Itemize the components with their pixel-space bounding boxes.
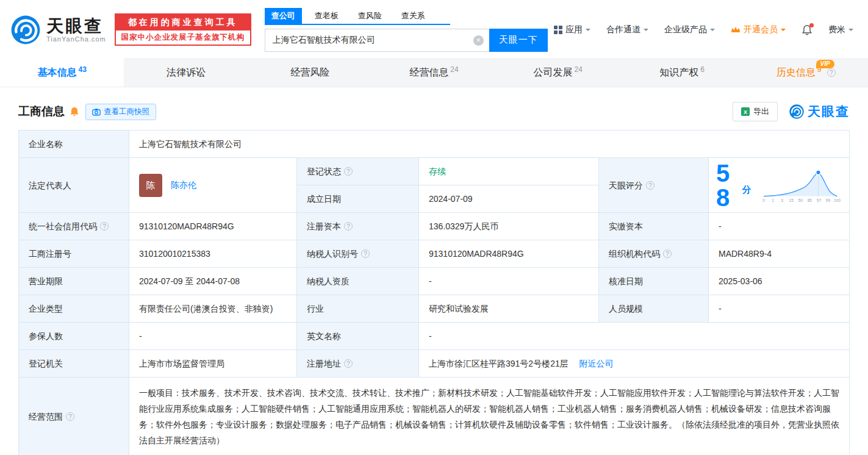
- taxpayer-quality-label: 纳税人资质: [297, 268, 419, 295]
- search-button[interactable]: 天眼一下: [489, 29, 548, 52]
- slogan-line1: 都在用的商业查询工具: [116, 15, 250, 30]
- tab-basic-info[interactable]: 基本信息43: [0, 58, 124, 87]
- menu-enterprise[interactable]: 企业级产品: [664, 24, 715, 35]
- taxpayer-id-label: 纳税人识别号: [297, 240, 419, 268]
- help-icon[interactable]: [646, 181, 655, 190]
- score-chart: 0 1 3 15 50 85 97 99 100: [759, 164, 842, 207]
- menu-vip-label: 开通会员: [744, 24, 778, 35]
- menu-partners[interactable]: 合作通道: [606, 24, 648, 35]
- search-tab-company[interactable]: 查公司: [265, 8, 302, 24]
- page: 天眼查 TianYanCha.com 都在用的商业查询工具 国家中小企业发展子基…: [0, 0, 868, 455]
- business-scope-value: 一般项目：技术服务、技术开发、技术咨询、技术交流、技术转让、技术推广；新材料技术…: [129, 378, 850, 455]
- staff-size-label: 人员规模: [599, 295, 709, 323]
- table-row: 法定代表人 陈 陈亦伦 登记状态 存续 天眼评分 58 分: [19, 158, 850, 185]
- svg-text:97: 97: [817, 198, 822, 202]
- reg-address-label: 注册地址: [297, 350, 419, 378]
- table-row: 登记机关 上海市市场监督管理局 注册地址 上海市徐汇区桂平路391号2号楼21层…: [19, 350, 850, 378]
- logo-text: 天眼查 TianYanCha.com: [46, 17, 106, 43]
- table-row: 企业类型 有限责任公司(港澳台投资、非独资) 行业 研究和试验发展 人员规模 -: [19, 295, 850, 323]
- legal-rep-cell: 陈 陈亦伦: [129, 158, 297, 213]
- nearby-companies-link[interactable]: 附近公司: [579, 359, 614, 368]
- company-type-value: 有限责任公司(港澳台投资、非独资): [129, 295, 297, 323]
- brand-watermark[interactable]: 天眼查: [789, 103, 850, 120]
- camera-icon: [92, 108, 101, 116]
- export-button[interactable]: X 导出: [733, 102, 778, 121]
- business-term-value: 2024-07-09 至 2044-07-08: [129, 268, 297, 295]
- section-header: 工商信息 查看工商快照 X: [0, 87, 868, 130]
- taxpayer-id-label-text: 纳税人识别号: [307, 249, 358, 259]
- table-row: 企业名称 上海它石智航技术有限公司: [19, 131, 850, 158]
- tab-company-development[interactable]: 公司发展24: [496, 58, 620, 87]
- help-icon[interactable]: [344, 167, 353, 176]
- tianyancha-logo[interactable]: 天眼查 TianYanCha.com: [10, 14, 106, 46]
- credit-code-label: 统一社会信用代码: [19, 213, 129, 240]
- search-tab-risk[interactable]: 查风险: [351, 8, 389, 24]
- help-icon[interactable]: [827, 68, 836, 77]
- clear-icon[interactable]: ×: [473, 35, 484, 46]
- search-tab-relation[interactable]: 查关系: [395, 8, 432, 24]
- tab-label: 公司发展: [534, 67, 573, 77]
- table-row: 工商注册号 310120010215383 纳税人识别号 91310120MAD…: [19, 240, 850, 268]
- approval-date-label: 核准日期: [599, 268, 709, 295]
- establish-date-value: 2024-07-09: [419, 185, 599, 213]
- export-button-label: 导出: [753, 106, 769, 117]
- score-label: 天眼评分: [599, 158, 709, 213]
- reg-capital-label-text: 注册资本: [307, 221, 341, 231]
- chevron-down-icon: [644, 29, 648, 34]
- table-row: 统一社会信用代码 91310120MADR48R94G 注册资本 136.032…: [19, 213, 850, 240]
- company-name-label: 企业名称: [19, 131, 129, 158]
- reg-status-label-text: 登记状态: [307, 167, 341, 176]
- snapshot-button-label: 查看工商快照: [104, 107, 149, 117]
- help-icon[interactable]: [66, 412, 74, 421]
- search-tabs: 查公司 查老板 查风险 查关系: [265, 8, 450, 25]
- logo-title: 天眼查: [46, 17, 106, 35]
- legal-rep-link[interactable]: 陈亦伦: [171, 179, 196, 189]
- search-input-wrap: ×: [265, 29, 489, 52]
- tab-label: 知识产权: [659, 67, 698, 77]
- svg-text:85: 85: [808, 198, 812, 202]
- establish-date-label: 成立日期: [297, 185, 419, 213]
- snapshot-button[interactable]: 查看工商快照: [85, 104, 156, 120]
- help-icon[interactable]: [100, 222, 109, 231]
- svg-text:100: 100: [834, 198, 841, 202]
- tab-history-info[interactable]: VIP 历史信息9: [744, 58, 868, 87]
- tab-intellectual-property[interactable]: 知识产权6: [620, 58, 744, 87]
- reg-authority-value: 上海市市场监督管理局: [129, 350, 297, 378]
- menu-user[interactable]: 费米: [828, 24, 853, 35]
- search-input[interactable]: [265, 29, 489, 51]
- chevron-down-icon: [586, 29, 590, 34]
- menu-vip[interactable]: 开通会员: [731, 24, 786, 35]
- tab-count: 6: [700, 65, 705, 74]
- help-icon[interactable]: [344, 359, 353, 368]
- tab-legal-proceedings[interactable]: 法律诉讼: [124, 58, 248, 87]
- search-row: × 天眼一下: [265, 29, 548, 52]
- help-icon[interactable]: [344, 222, 353, 231]
- chevron-down-icon: [848, 29, 853, 34]
- reg-number-label: 工商注册号: [19, 240, 129, 268]
- insured-count-value: -: [129, 323, 297, 350]
- approval-date-value: 2025-03-06: [709, 268, 850, 295]
- reg-address-value: 上海市徐汇区桂平路391号2号楼21层: [429, 359, 569, 368]
- notification-bell[interactable]: [802, 24, 812, 35]
- tab-business-info[interactable]: 经营信息24: [372, 58, 496, 87]
- slogan-badge: 都在用的商业查询工具 国家中小企业发展子基金旗下机构: [115, 13, 251, 46]
- svg-text:15: 15: [789, 198, 794, 202]
- english-name-label: 英文名称: [297, 323, 419, 350]
- search-block: 查公司 查老板 查风险 查关系 × 天眼一下: [265, 8, 548, 52]
- search-tab-boss[interactable]: 查老板: [308, 8, 345, 24]
- grid-icon: [554, 26, 562, 34]
- help-icon[interactable]: [361, 249, 370, 258]
- help-icon[interactable]: [663, 249, 672, 258]
- crown-icon: [731, 26, 741, 34]
- svg-text:50: 50: [798, 198, 803, 202]
- reg-capital-label: 注册资本: [297, 213, 419, 240]
- tab-business-risk[interactable]: 经营风险: [248, 58, 372, 87]
- chevron-down-icon: [781, 29, 786, 34]
- svg-text:99: 99: [826, 198, 831, 202]
- subscribe-bell-icon[interactable]: [70, 107, 79, 116]
- legal-rep-avatar[interactable]: 陈: [139, 174, 162, 197]
- reg-address-label-text: 注册地址: [307, 359, 341, 368]
- tab-label: 经营信息: [409, 67, 448, 77]
- svg-text:X: X: [744, 109, 747, 115]
- menu-apps[interactable]: 应用: [554, 24, 590, 35]
